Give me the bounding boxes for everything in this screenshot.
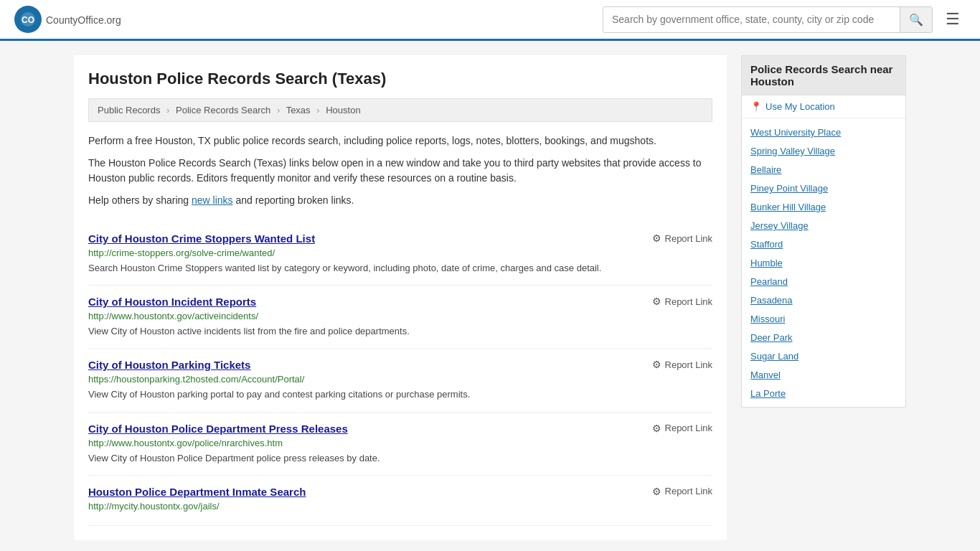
resource-url: http://crime-stoppers.org/solve-crime/wa… <box>88 248 712 258</box>
search-input[interactable] <box>603 8 900 31</box>
sidebar-city-item: Pasadena <box>742 291 905 309</box>
site-header: CO CountyOffice.org 🔍 ☰ <box>0 0 980 41</box>
sidebar-box: Police Records Search near Houston 📍 Use… <box>741 55 906 408</box>
sidebar-city-link[interactable]: Pearland <box>750 276 788 287</box>
resource-desc: View City of Houston Police Department p… <box>88 452 712 465</box>
sidebar-city-link[interactable]: Missouri <box>750 314 785 324</box>
report-link-button[interactable]: ⚙ Report Link <box>652 423 712 434</box>
svg-text:CO: CO <box>22 15 34 25</box>
report-link-label: Report Link <box>665 359 712 370</box>
resources-list: City of Houston Crime Stoppers Wanted Li… <box>88 222 712 526</box>
resource-desc: View City of Houston active incidents li… <box>88 325 712 338</box>
sidebar-city-link[interactable]: Piney Point Village <box>750 183 828 194</box>
share-paragraph: Help others by sharing new links and rep… <box>88 193 712 208</box>
sidebar-city-link[interactable]: Humble <box>750 258 783 268</box>
resource-header: Houston Police Department Inmate Search … <box>88 486 712 498</box>
sidebar-city-link[interactable]: Jersey Village <box>750 220 809 231</box>
report-link-button[interactable]: ⚙ Report Link <box>652 359 712 370</box>
resource-header: City of Houston Police Department Press … <box>88 423 712 435</box>
resource-url: https://houstonparking.t2hosted.com/Acco… <box>88 374 712 385</box>
resource-title-link[interactable]: Houston Police Department Inmate Search <box>88 486 306 498</box>
breadcrumb-houston[interactable]: Houston <box>326 105 360 116</box>
report-link-label: Report Link <box>665 233 712 244</box>
resource-title-link[interactable]: City of Houston Incident Reports <box>88 296 256 308</box>
breadcrumb-police-records-search[interactable]: Police Records Search <box>176 105 270 116</box>
report-icon: ⚙ <box>652 486 661 497</box>
report-link-button[interactable]: ⚙ Report Link <box>652 486 712 497</box>
main-container: Houston Police Records Search (Texas) Pu… <box>60 41 920 551</box>
report-link-button[interactable]: ⚙ Report Link <box>652 232 712 244</box>
sidebar-city-item: Humble <box>742 253 905 272</box>
sidebar-city-item: West University Place <box>742 123 905 141</box>
header-right: 🔍 ☰ <box>603 6 966 33</box>
sidebar-city-item: Bellaire <box>742 160 905 179</box>
sidebar-city-link[interactable]: La Porte <box>750 388 786 399</box>
intro-paragraph-2: The Houston Police Records Search (Texas… <box>88 156 712 186</box>
resource-url: http://www.houstontx.gov/activeincidents… <box>88 311 712 321</box>
resource-item: City of Houston Incident Reports ⚙ Repor… <box>88 286 712 349</box>
sidebar-city-link[interactable]: Bunker Hill Village <box>750 202 826 212</box>
resource-desc: View City of Houston parking portal to p… <box>88 388 712 401</box>
logo-icon: CO <box>14 6 42 33</box>
sidebar: Police Records Search near Houston 📍 Use… <box>741 55 906 540</box>
page-title: Houston Police Records Search (Texas) <box>88 70 712 88</box>
sidebar-city-link[interactable]: Deer Park <box>750 332 793 343</box>
logo[interactable]: CO CountyOffice.org <box>14 6 121 33</box>
sidebar-city-item: Pearland <box>742 272 905 291</box>
hamburger-menu-button[interactable]: ☰ <box>940 7 966 32</box>
sidebar-title: Police Records Search near Houston <box>742 56 905 95</box>
resource-title-link[interactable]: City of Houston Parking Tickets <box>88 359 250 371</box>
sidebar-city-item: Piney Point Village <box>742 179 905 197</box>
breadcrumb-texas[interactable]: Texas <box>286 105 311 116</box>
search-bar: 🔍 <box>603 6 933 33</box>
report-icon: ⚙ <box>652 359 661 370</box>
breadcrumb-public-records[interactable]: Public Records <box>98 105 160 116</box>
logo-wordmark: CountyOffice.org <box>46 12 121 27</box>
location-pin-icon: 📍 <box>750 101 762 112</box>
resource-title-link[interactable]: City of Houston Police Department Press … <box>88 423 348 435</box>
sidebar-city-link[interactable]: West University Place <box>750 127 841 138</box>
resource-url: http://www.houstontx.gov/police/nrarchiv… <box>88 438 712 448</box>
resource-item: Houston Police Department Inmate Search … <box>88 476 712 526</box>
sidebar-city-link[interactable]: Stafford <box>750 239 783 250</box>
sidebar-city-item: Bunker Hill Village <box>742 197 905 216</box>
sidebar-city-item: Deer Park <box>742 328 905 347</box>
new-links-link[interactable]: new links <box>192 194 233 206</box>
sidebar-city-link[interactable]: Spring Valley Village <box>750 146 835 156</box>
resource-title-link[interactable]: City of Houston Crime Stoppers Wanted Li… <box>88 232 315 245</box>
sidebar-city-item: Spring Valley Village <box>742 141 905 160</box>
sidebar-city-link[interactable]: Bellaire <box>750 164 781 175</box>
resource-header: City of Houston Parking Tickets ⚙ Report… <box>88 359 712 371</box>
resource-url: http://mycity.houstontx.gov/jails/ <box>88 501 712 512</box>
breadcrumb: Public Records › Police Records Search ›… <box>88 98 712 122</box>
sidebar-city-item: Manvel <box>742 365 905 384</box>
sidebar-city-item: Sugar Land <box>742 347 905 365</box>
content-area: Houston Police Records Search (Texas) Pu… <box>74 55 727 540</box>
sidebar-city-item: Missouri <box>742 309 905 328</box>
sidebar-city-link[interactable]: Manvel <box>750 369 781 380</box>
sidebar-city-item: Jersey Village <box>742 216 905 235</box>
resource-item: City of Houston Parking Tickets ⚙ Report… <box>88 349 712 412</box>
intro-paragraph-1: Perform a free Houston, TX public police… <box>88 133 712 149</box>
nearby-cities-list: West University PlaceSpring Valley Villa… <box>742 118 905 407</box>
use-my-location-link[interactable]: Use My Location <box>765 101 835 112</box>
report-link-label: Report Link <box>665 296 712 307</box>
resource-desc: Search Houston Crime Stoppers wanted lis… <box>88 262 712 275</box>
resource-header: City of Houston Incident Reports ⚙ Repor… <box>88 296 712 308</box>
report-icon: ⚙ <box>652 296 661 307</box>
report-icon: ⚙ <box>652 232 661 244</box>
report-link-button[interactable]: ⚙ Report Link <box>652 296 712 307</box>
resource-header: City of Houston Crime Stoppers Wanted Li… <box>88 232 712 245</box>
use-location[interactable]: 📍 Use My Location <box>742 95 905 118</box>
report-icon: ⚙ <box>652 423 661 434</box>
resource-item: City of Houston Police Department Press … <box>88 413 712 476</box>
resource-item: City of Houston Crime Stoppers Wanted Li… <box>88 222 712 286</box>
search-button[interactable]: 🔍 <box>900 7 932 32</box>
sidebar-city-link[interactable]: Pasadena <box>750 295 793 306</box>
sidebar-city-item: La Porte <box>742 384 905 402</box>
sidebar-city-item: Stafford <box>742 235 905 253</box>
sidebar-city-link[interactable]: Sugar Land <box>750 351 798 362</box>
report-link-label: Report Link <box>665 486 712 496</box>
report-link-label: Report Link <box>665 423 712 433</box>
